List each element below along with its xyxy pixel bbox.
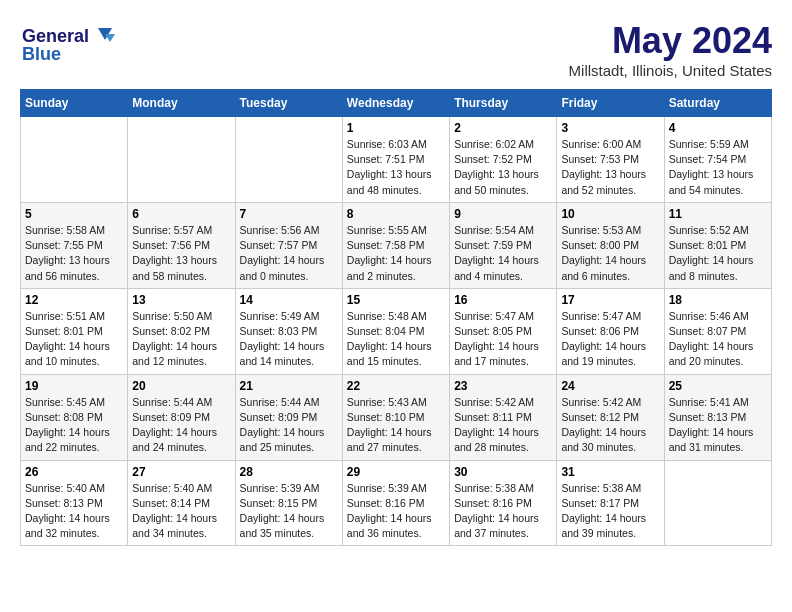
calendar-cell: 25Sunrise: 5:41 AMSunset: 8:13 PMDayligh… xyxy=(664,374,771,460)
day-info: Sunrise: 5:48 AMSunset: 8:04 PMDaylight:… xyxy=(347,309,445,370)
day-info: Sunrise: 5:49 AMSunset: 8:03 PMDaylight:… xyxy=(240,309,338,370)
day-number: 9 xyxy=(454,207,552,221)
calendar-cell: 27Sunrise: 5:40 AMSunset: 8:14 PMDayligh… xyxy=(128,460,235,546)
day-number: 15 xyxy=(347,293,445,307)
day-number: 17 xyxy=(561,293,659,307)
weekday-header: Monday xyxy=(128,90,235,117)
day-info: Sunrise: 5:46 AMSunset: 8:07 PMDaylight:… xyxy=(669,309,767,370)
day-info: Sunrise: 6:00 AMSunset: 7:53 PMDaylight:… xyxy=(561,137,659,198)
calendar-cell: 28Sunrise: 5:39 AMSunset: 8:15 PMDayligh… xyxy=(235,460,342,546)
calendar-cell: 10Sunrise: 5:53 AMSunset: 8:00 PMDayligh… xyxy=(557,202,664,288)
day-number: 25 xyxy=(669,379,767,393)
calendar-week-row: 26Sunrise: 5:40 AMSunset: 8:13 PMDayligh… xyxy=(21,460,772,546)
day-info: Sunrise: 5:41 AMSunset: 8:13 PMDaylight:… xyxy=(669,395,767,456)
day-info: Sunrise: 5:44 AMSunset: 8:09 PMDaylight:… xyxy=(240,395,338,456)
calendar-cell: 30Sunrise: 5:38 AMSunset: 8:16 PMDayligh… xyxy=(450,460,557,546)
day-info: Sunrise: 5:57 AMSunset: 7:56 PMDaylight:… xyxy=(132,223,230,284)
calendar-cell: 18Sunrise: 5:46 AMSunset: 8:07 PMDayligh… xyxy=(664,288,771,374)
day-info: Sunrise: 5:55 AMSunset: 7:58 PMDaylight:… xyxy=(347,223,445,284)
calendar-cell: 7Sunrise: 5:56 AMSunset: 7:57 PMDaylight… xyxy=(235,202,342,288)
calendar-cell: 23Sunrise: 5:42 AMSunset: 8:11 PMDayligh… xyxy=(450,374,557,460)
calendar-cell: 5Sunrise: 5:58 AMSunset: 7:55 PMDaylight… xyxy=(21,202,128,288)
day-info: Sunrise: 5:47 AMSunset: 8:06 PMDaylight:… xyxy=(561,309,659,370)
calendar-cell xyxy=(128,117,235,203)
calendar-cell xyxy=(664,460,771,546)
calendar-cell: 1Sunrise: 6:03 AMSunset: 7:51 PMDaylight… xyxy=(342,117,449,203)
day-info: Sunrise: 5:40 AMSunset: 8:14 PMDaylight:… xyxy=(132,481,230,542)
calendar-cell xyxy=(235,117,342,203)
day-number: 31 xyxy=(561,465,659,479)
day-info: Sunrise: 5:40 AMSunset: 8:13 PMDaylight:… xyxy=(25,481,123,542)
calendar-cell: 19Sunrise: 5:45 AMSunset: 8:08 PMDayligh… xyxy=(21,374,128,460)
day-number: 26 xyxy=(25,465,123,479)
calendar-week-row: 19Sunrise: 5:45 AMSunset: 8:08 PMDayligh… xyxy=(21,374,772,460)
logo-svg: General Blue xyxy=(20,20,120,70)
weekday-header: Thursday xyxy=(450,90,557,117)
day-number: 20 xyxy=(132,379,230,393)
day-number: 19 xyxy=(25,379,123,393)
calendar-cell: 14Sunrise: 5:49 AMSunset: 8:03 PMDayligh… xyxy=(235,288,342,374)
day-number: 18 xyxy=(669,293,767,307)
day-number: 4 xyxy=(669,121,767,135)
weekday-header: Sunday xyxy=(21,90,128,117)
day-number: 27 xyxy=(132,465,230,479)
calendar-cell: 2Sunrise: 6:02 AMSunset: 7:52 PMDaylight… xyxy=(450,117,557,203)
day-info: Sunrise: 6:03 AMSunset: 7:51 PMDaylight:… xyxy=(347,137,445,198)
svg-marker-2 xyxy=(105,34,115,42)
title-area: May 2024 Millstadt, Illinois, United Sta… xyxy=(569,20,772,79)
day-number: 28 xyxy=(240,465,338,479)
calendar-cell: 3Sunrise: 6:00 AMSunset: 7:53 PMDaylight… xyxy=(557,117,664,203)
day-number: 7 xyxy=(240,207,338,221)
day-number: 12 xyxy=(25,293,123,307)
day-info: Sunrise: 5:39 AMSunset: 8:15 PMDaylight:… xyxy=(240,481,338,542)
day-number: 8 xyxy=(347,207,445,221)
svg-text:Blue: Blue xyxy=(22,44,61,64)
day-info: Sunrise: 5:38 AMSunset: 8:16 PMDaylight:… xyxy=(454,481,552,542)
page-subtitle: Millstadt, Illinois, United States xyxy=(569,62,772,79)
day-number: 13 xyxy=(132,293,230,307)
calendar-table: SundayMondayTuesdayWednesdayThursdayFrid… xyxy=(20,89,772,546)
svg-text:General: General xyxy=(22,26,89,46)
day-number: 6 xyxy=(132,207,230,221)
day-number: 2 xyxy=(454,121,552,135)
weekday-header: Wednesday xyxy=(342,90,449,117)
day-info: Sunrise: 5:42 AMSunset: 8:11 PMDaylight:… xyxy=(454,395,552,456)
day-info: Sunrise: 6:02 AMSunset: 7:52 PMDaylight:… xyxy=(454,137,552,198)
day-number: 30 xyxy=(454,465,552,479)
day-number: 29 xyxy=(347,465,445,479)
calendar-cell: 26Sunrise: 5:40 AMSunset: 8:13 PMDayligh… xyxy=(21,460,128,546)
weekday-header: Tuesday xyxy=(235,90,342,117)
calendar-cell: 24Sunrise: 5:42 AMSunset: 8:12 PMDayligh… xyxy=(557,374,664,460)
calendar-week-row: 5Sunrise: 5:58 AMSunset: 7:55 PMDaylight… xyxy=(21,202,772,288)
day-info: Sunrise: 5:54 AMSunset: 7:59 PMDaylight:… xyxy=(454,223,552,284)
weekday-header: Friday xyxy=(557,90,664,117)
page-header: General Blue May 2024 Millstadt, Illinoi… xyxy=(20,20,772,79)
day-number: 1 xyxy=(347,121,445,135)
calendar-cell: 12Sunrise: 5:51 AMSunset: 8:01 PMDayligh… xyxy=(21,288,128,374)
calendar-cell: 11Sunrise: 5:52 AMSunset: 8:01 PMDayligh… xyxy=(664,202,771,288)
day-number: 11 xyxy=(669,207,767,221)
logo: General Blue xyxy=(20,20,120,74)
day-number: 22 xyxy=(347,379,445,393)
calendar-cell: 4Sunrise: 5:59 AMSunset: 7:54 PMDaylight… xyxy=(664,117,771,203)
day-info: Sunrise: 5:58 AMSunset: 7:55 PMDaylight:… xyxy=(25,223,123,284)
day-info: Sunrise: 5:59 AMSunset: 7:54 PMDaylight:… xyxy=(669,137,767,198)
calendar-cell xyxy=(21,117,128,203)
day-number: 16 xyxy=(454,293,552,307)
day-number: 10 xyxy=(561,207,659,221)
calendar-cell: 22Sunrise: 5:43 AMSunset: 8:10 PMDayligh… xyxy=(342,374,449,460)
calendar-week-row: 1Sunrise: 6:03 AMSunset: 7:51 PMDaylight… xyxy=(21,117,772,203)
day-info: Sunrise: 5:50 AMSunset: 8:02 PMDaylight:… xyxy=(132,309,230,370)
calendar-week-row: 12Sunrise: 5:51 AMSunset: 8:01 PMDayligh… xyxy=(21,288,772,374)
calendar-cell: 31Sunrise: 5:38 AMSunset: 8:17 PMDayligh… xyxy=(557,460,664,546)
day-info: Sunrise: 5:53 AMSunset: 8:00 PMDaylight:… xyxy=(561,223,659,284)
day-number: 21 xyxy=(240,379,338,393)
day-number: 3 xyxy=(561,121,659,135)
calendar-cell: 8Sunrise: 5:55 AMSunset: 7:58 PMDaylight… xyxy=(342,202,449,288)
day-info: Sunrise: 5:39 AMSunset: 8:16 PMDaylight:… xyxy=(347,481,445,542)
calendar-cell: 6Sunrise: 5:57 AMSunset: 7:56 PMDaylight… xyxy=(128,202,235,288)
calendar-cell: 21Sunrise: 5:44 AMSunset: 8:09 PMDayligh… xyxy=(235,374,342,460)
calendar-cell: 20Sunrise: 5:44 AMSunset: 8:09 PMDayligh… xyxy=(128,374,235,460)
day-info: Sunrise: 5:51 AMSunset: 8:01 PMDaylight:… xyxy=(25,309,123,370)
day-info: Sunrise: 5:43 AMSunset: 8:10 PMDaylight:… xyxy=(347,395,445,456)
